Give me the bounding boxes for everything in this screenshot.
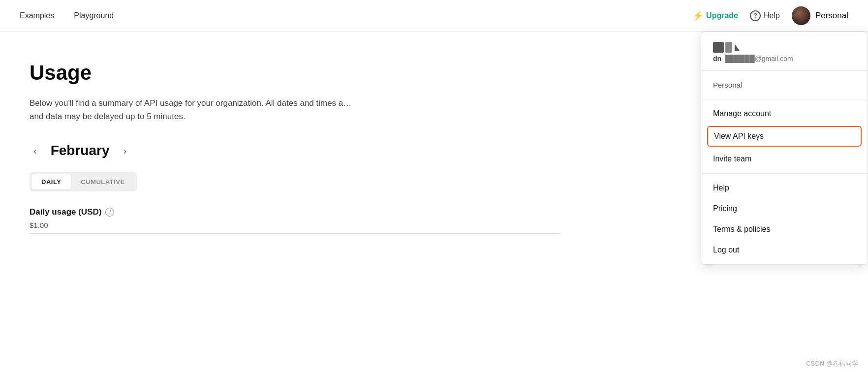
- toggle-group: DAILY CUMULATIVE: [30, 172, 137, 191]
- dropdown-personal[interactable]: Personal: [701, 75, 868, 95]
- dropdown-avatar-row: [713, 42, 856, 53]
- dropdown-section-more: Help Pricing Terms & policies Log out: [701, 174, 868, 264]
- daily-toggle[interactable]: DAILY: [31, 174, 71, 189]
- navbar: Examples Playground ⚡ Upgrade ? Help Per…: [0, 0, 868, 31]
- dropdown-avatar-blocks: [713, 42, 740, 53]
- dropdown-username: dn: [713, 55, 721, 63]
- help-button[interactable]: ? Help: [750, 10, 780, 21]
- upgrade-button[interactable]: ⚡ Upgrade: [692, 10, 738, 21]
- page-description: Below you'll find a summary of API usage…: [30, 96, 423, 123]
- chart-label-text: Daily usage (USD): [30, 207, 101, 217]
- playground-link[interactable]: Playground: [74, 11, 114, 20]
- next-month-button[interactable]: ›: [120, 143, 131, 158]
- avatar-triangle: [735, 44, 740, 51]
- dropdown-terms-policies[interactable]: Terms & policies: [701, 219, 868, 240]
- watermark: CSDN @卷福同学: [806, 359, 858, 368]
- upgrade-label: Upgrade: [706, 11, 738, 20]
- chart-line: [30, 233, 561, 234]
- prev-month-button[interactable]: ‹: [30, 143, 41, 158]
- dropdown-email: ██████@gmail.com: [725, 55, 793, 63]
- dropdown-section-account: Manage account View API keys Invite team: [701, 99, 868, 174]
- main-content: Usage Below you'll find a summary of API…: [0, 31, 590, 253]
- help-circle-icon: ?: [750, 10, 761, 21]
- avatar-image: [792, 6, 810, 25]
- chart-value: $1.00: [30, 221, 561, 229]
- nav-right: ⚡ Upgrade ? Help Personal: [692, 6, 848, 25]
- cumulative-toggle[interactable]: CUMULATIVE: [71, 174, 134, 189]
- examples-link[interactable]: Examples: [20, 11, 54, 20]
- dropdown-help[interactable]: Help: [701, 178, 868, 198]
- dropdown-invite-team[interactable]: Invite team: [701, 149, 868, 169]
- dropdown-header: dn ██████@gmail.com: [701, 32, 868, 71]
- help-label: Help: [764, 11, 780, 20]
- dropdown-pricing[interactable]: Pricing: [701, 198, 868, 219]
- bolt-icon: ⚡: [692, 10, 703, 21]
- dropdown-section-personal: Personal: [701, 71, 868, 99]
- nav-left: Examples Playground: [20, 11, 114, 20]
- chart-label-container: Daily usage (USD) i: [30, 207, 561, 217]
- avatar-block-dark: [713, 42, 724, 53]
- user-menu-button[interactable]: Personal: [792, 6, 848, 25]
- dropdown-manage-account[interactable]: Manage account: [701, 103, 868, 124]
- user-label: Personal: [815, 11, 848, 21]
- dropdown-view-api-keys[interactable]: View API keys: [707, 126, 862, 147]
- dropdown-menu: dn ██████@gmail.com Personal Manage acco…: [701, 31, 868, 265]
- month-name: February: [51, 143, 110, 158]
- info-icon[interactable]: i: [105, 208, 114, 217]
- page-title: Usage: [30, 61, 561, 85]
- avatar-block-light: [725, 42, 732, 53]
- avatar: [792, 6, 810, 25]
- dropdown-log-out[interactable]: Log out: [701, 240, 868, 260]
- month-nav: ‹ February ›: [30, 143, 561, 158]
